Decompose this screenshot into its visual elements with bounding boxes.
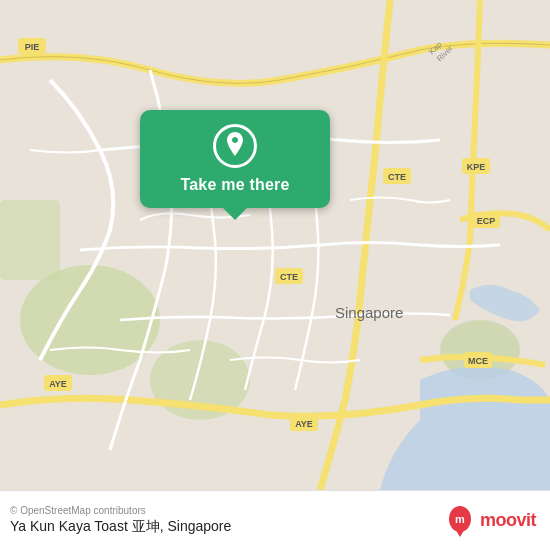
svg-text:PIE: PIE bbox=[25, 42, 40, 52]
svg-text:ECP: ECP bbox=[477, 216, 496, 226]
location-pin-icon bbox=[213, 124, 257, 168]
osm-credit: © OpenStreetMap contributors bbox=[10, 505, 231, 516]
svg-text:MCE: MCE bbox=[468, 356, 488, 366]
map-background: PIE CTE CTE KPE ECP AYE AYE MCE Kap Rive… bbox=[0, 0, 550, 490]
callout-bubble[interactable]: Take me there bbox=[140, 110, 330, 208]
bottom-left-info: © OpenStreetMap contributors Ya Kun Kaya… bbox=[10, 505, 231, 536]
place-name: Ya Kun Kaya Toast 亚坤, Singapore bbox=[10, 518, 231, 536]
bottom-bar: © OpenStreetMap contributors Ya Kun Kaya… bbox=[0, 490, 550, 550]
moovit-logo[interactable]: m moovit bbox=[444, 505, 536, 537]
svg-text:KPE: KPE bbox=[467, 162, 486, 172]
map-container: PIE CTE CTE KPE ECP AYE AYE MCE Kap Rive… bbox=[0, 0, 550, 490]
pin-svg bbox=[223, 132, 247, 160]
moovit-icon-svg: m bbox=[444, 505, 476, 537]
singapore-label: Singapore bbox=[335, 304, 403, 321]
take-me-there-label: Take me there bbox=[180, 176, 289, 194]
svg-text:CTE: CTE bbox=[388, 172, 406, 182]
svg-text:AYE: AYE bbox=[49, 379, 67, 389]
svg-text:CTE: CTE bbox=[280, 272, 298, 282]
svg-marker-24 bbox=[454, 527, 466, 537]
svg-text:AYE: AYE bbox=[295, 419, 313, 429]
svg-text:m: m bbox=[455, 513, 465, 525]
moovit-text: moovit bbox=[480, 510, 536, 531]
svg-rect-4 bbox=[0, 200, 60, 280]
